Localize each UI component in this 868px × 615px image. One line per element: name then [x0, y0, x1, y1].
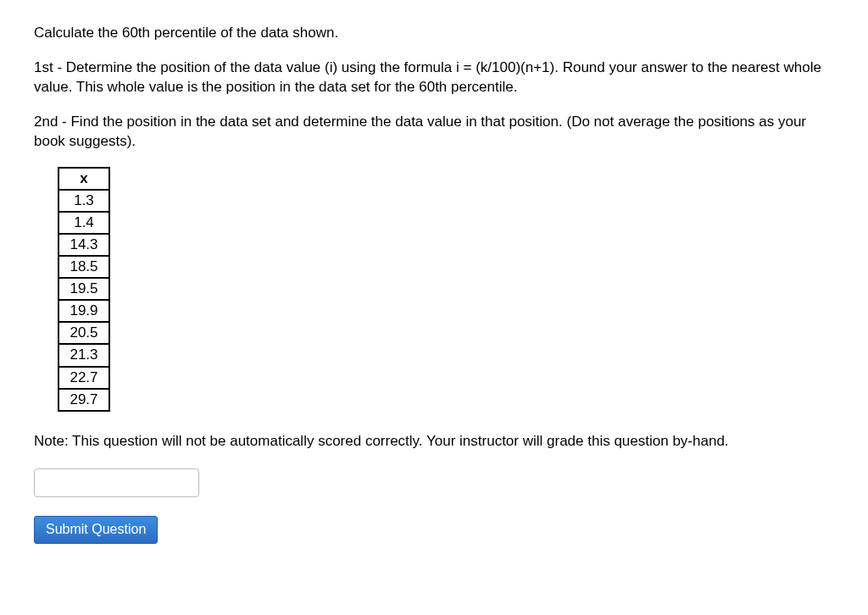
table-row: 1.3	[58, 190, 109, 212]
table-header: x	[58, 168, 109, 190]
submit-button[interactable]: Submit Question	[34, 516, 158, 544]
question-prompt: Calculate the 60th percentile of the dat…	[34, 24, 834, 43]
table-row: 29.7	[58, 389, 109, 411]
question-note-block: Note: This question will not be automati…	[34, 432, 834, 452]
table-row: 19.5	[58, 278, 109, 300]
table-row: 18.5	[58, 256, 109, 278]
question-note: Note: This question will not be automati…	[34, 432, 834, 452]
table-row: 19.9	[58, 300, 109, 322]
table-row: 1.4	[58, 212, 109, 234]
question-text: Calculate the 60th percentile of the dat…	[34, 24, 834, 152]
table-row: 14.3	[58, 234, 109, 256]
table-row: 20.5	[58, 322, 109, 344]
answer-input[interactable]	[34, 468, 199, 497]
table-row: 21.3	[58, 344, 109, 366]
data-table: x 1.3 1.4 14.3 18.5 19.5 19.9 20.5 21.3 …	[58, 167, 110, 412]
question-step1: 1st - Determine the position of the data…	[34, 58, 834, 97]
table-row: 22.7	[58, 367, 109, 389]
table-body: 1.3 1.4 14.3 18.5 19.5 19.9 20.5 21.3 22…	[58, 190, 109, 411]
question-step2: 2nd - Find the position in the data set …	[34, 113, 834, 152]
